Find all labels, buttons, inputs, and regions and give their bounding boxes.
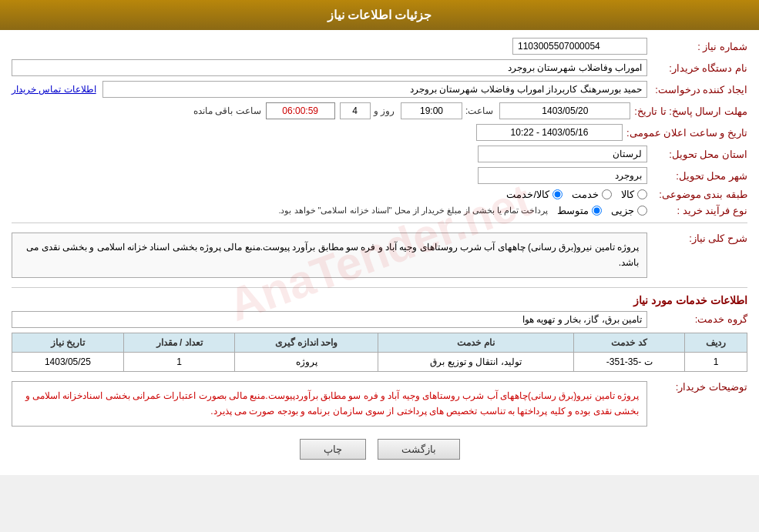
table-cell: ت -35-351- (574, 352, 685, 371)
category-option-kala-khedmat[interactable]: کالا/خدمت (506, 189, 563, 200)
service-info-title: اطلاعات خدمات مورد نیاز (12, 294, 747, 306)
page-header: جزئیات اطلاعات نیاز (0, 0, 759, 30)
buyer-org-label: نام دستگاه خریدار: (647, 62, 747, 74)
buttons-row: بازگشت چاپ (12, 439, 747, 460)
category-option-kala[interactable]: کالا (621, 189, 647, 200)
buyer-org-row: نام دستگاه خریدار: اموراب وفاضلاب شهرستا… (12, 59, 747, 76)
page-wrapper: جزئیات اطلاعات نیاز AnaTender.net شماره … (0, 0, 759, 475)
purchase-type-row: نوع فرآیند خرید : جزیی متوسط پرداخت تمام… (12, 205, 747, 216)
category-options: کالا خدمت کالا/خدمت (506, 189, 647, 200)
deadline-label: مهلت ارسال پاسخ: تا تاریخ: (630, 105, 747, 117)
need-number-row: شماره نیاز : 1103005507000054 (12, 38, 747, 55)
category-label: طبقه بندی موضوعی: (647, 189, 747, 200)
purchase-jozi[interactable]: جزیی (611, 205, 647, 216)
service-group-value: تامین برق، گاز، بخار و تهویه هوا (12, 311, 647, 328)
table-row: 1ت -35-351-تولید، انتقال و توزیع برقپروژ… (12, 352, 747, 371)
deadline-days: 4 (340, 102, 371, 119)
col-header-3: نام خدمت (378, 333, 573, 352)
service-group-label: گروه خدمت: (647, 313, 747, 325)
divider-1 (12, 223, 747, 223)
buyer-notes-label: توضیحات خریدار: (647, 378, 747, 393)
purchase-type-label: نوع فرآیند خرید : (647, 205, 747, 216)
purchase-jozi-label: جزیی (611, 205, 634, 216)
category-kala-khedmat-label: کالا/خدمت (506, 189, 549, 200)
col-header-1: ردیف (685, 333, 747, 352)
deadline-days-label: روز و (374, 105, 395, 116)
province-value: لرستان (478, 146, 647, 162)
deadline-row: مهلت ارسال پاسخ: تا تاریخ: 1403/05/20 سا… (12, 102, 747, 119)
table-cell: پروژه (235, 352, 378, 371)
buyer-notes-text: پروژه تامین نیرو(برق رسانی)چاههای آب شرب… (12, 381, 647, 427)
province-row: استان محل تحویل: لرستان (12, 146, 747, 162)
buyer-notes-row: توضیحات خریدار: پروژه تامین نیرو(برق رسا… (12, 378, 747, 430)
table-cell: تولید، انتقال و توزیع برق (378, 352, 573, 371)
purchase-type-options: جزیی متوسط (557, 205, 647, 216)
header-title: جزئیات اطلاعات نیاز (327, 8, 432, 22)
category-option-khedmat[interactable]: خدمت (572, 189, 612, 200)
creator-label: ایجاد کننده درخواست: (647, 84, 747, 95)
buyer-org-value: اموراب وفاضلاب شهرستان بروجرد (12, 59, 647, 76)
category-kala-label: کالا (621, 189, 634, 200)
purchase-mota[interactable]: متوسط (557, 205, 602, 216)
col-header-5: تعداد / مقدار (123, 333, 235, 352)
deadline-remaining-label: ساعت باقی مانده (193, 105, 261, 116)
need-number-label: شماره نیاز : (647, 41, 747, 52)
col-header-6: تاریخ نیاز (12, 333, 124, 352)
description-text: پروژه تامین نیرو(برق رسانی) چاههای آب شر… (12, 233, 647, 278)
table-cell: 1 (123, 352, 235, 371)
purchase-mota-label: متوسط (557, 205, 589, 216)
category-row: طبقه بندی موضوعی: کالا خدمت کالا/خدمت (12, 189, 747, 200)
col-header-2: کد خدمت (574, 333, 685, 352)
announce-row: تاریخ و ساعت اعلان عمومی: 1403/05/16 - 1… (12, 124, 747, 141)
deadline-time-label: ساعت: (465, 105, 493, 116)
back-button[interactable]: بازگشت (378, 439, 460, 460)
content-area: AnaTender.net شماره نیاز : 1103005507000… (0, 30, 759, 475)
deadline-time: 19:00 (401, 102, 462, 119)
table-cell: 1403/05/25 (12, 352, 124, 371)
city-label: شهر محل تحویل: (647, 170, 747, 182)
deadline-date: 1403/05/20 (499, 102, 630, 119)
purchase-type-note: پرداخت تمام یا بخشی از مبلغ خریدار از مح… (278, 206, 548, 216)
deadline-remaining: 06:00:59 (266, 102, 335, 119)
announce-label: تاریخ و ساعت اعلان عمومی: (623, 127, 747, 139)
col-header-4: واحد اندازه گیری (235, 333, 378, 352)
print-button[interactable]: چاپ (300, 439, 366, 460)
description-label: شرح کلی نیاز: (647, 229, 747, 244)
category-khedmat-label: خدمت (572, 189, 599, 200)
creator-value: حمید بورسرهنگ کاربرداز اموراب وفاضلاب شه… (102, 81, 647, 98)
divider-2 (12, 287, 747, 288)
service-group-row: گروه خدمت: تامین برق، گاز، بخار و تهویه … (12, 311, 747, 328)
city-row: شهر محل تحویل: بروجرد (12, 167, 747, 184)
need-number-value: 1103005507000054 (512, 38, 647, 55)
description-row: شرح کلی نیاز: پروژه تامین نیرو(برق رسانی… (12, 229, 747, 281)
province-label: استان محل تحویل: (647, 149, 747, 160)
service-table: ردیف کد خدمت نام خدمت واحد اندازه گیری ت… (12, 333, 747, 372)
contact-link[interactable]: اطلاعات تماس خریدار (12, 84, 96, 95)
city-value: بروجرد (478, 167, 647, 184)
announce-value: 1403/05/16 - 10:22 (476, 124, 623, 141)
table-cell: 1 (685, 352, 747, 371)
creator-row: ایجاد کننده درخواست: حمید بورسرهنگ کاربر… (12, 81, 747, 98)
